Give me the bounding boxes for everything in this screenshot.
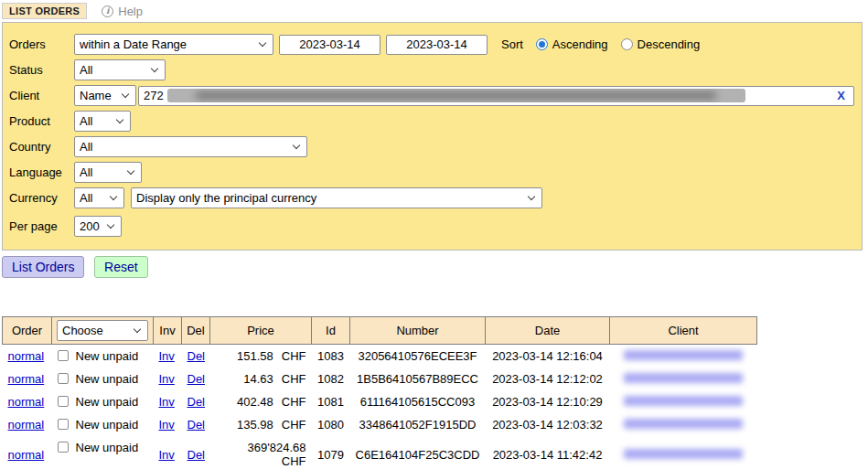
number-cell: C6E164104F25C3CDD [350, 436, 486, 469]
orders-table-header: Order Choose Inv Del Price Id Number Dat… [3, 317, 757, 345]
orders-table: Order Choose Inv Del Price Id Number Dat… [2, 316, 757, 469]
client-link[interactable] [624, 396, 743, 406]
date-to-input[interactable] [386, 35, 488, 55]
status-label: New unpaid [76, 441, 139, 454]
delete-link[interactable]: Del [188, 448, 206, 462]
invoice-link[interactable]: Inv [159, 372, 175, 386]
price-cell: 135.98CHF [210, 413, 312, 436]
descending-radio[interactable] [621, 38, 633, 50]
language-select[interactable]: All [74, 162, 142, 183]
id-cell: 1081 [312, 390, 350, 413]
date-cell: 2023-03-14 12:16:04 [486, 345, 610, 368]
page: LIST ORDERS i Help Orders within a Date … [0, 0, 868, 469]
ascending-radio[interactable] [536, 38, 548, 50]
date-cell: 2023-03-14 12:03:32 [486, 413, 610, 436]
date-cell: 2023-03-14 12:12:02 [486, 368, 610, 390]
per-page-select[interactable]: 200 [74, 216, 122, 237]
row-checkbox[interactable] [58, 442, 69, 453]
id-cell: 1080 [312, 413, 350, 436]
product-select[interactable]: All [74, 111, 131, 132]
order-link[interactable]: normal [8, 372, 45, 386]
date-from-input[interactable] [279, 35, 380, 55]
invoice-link[interactable]: Inv [159, 395, 175, 409]
date-cell: 2023-03-14 11:42:42 [486, 436, 610, 469]
inv-column-header: Inv [154, 317, 182, 345]
status-filter-row: Status All [9, 59, 862, 80]
number-cell: 1B5B6410567B89ECC [350, 368, 486, 390]
id-cell: 1083 [312, 345, 350, 368]
orders-table-body: normal New unpaid Inv Del 151.58CHF 1083… [3, 345, 757, 469]
delete-link[interactable]: Del [188, 349, 206, 363]
sort-label: Sort [501, 37, 523, 51]
order-link[interactable]: normal [8, 448, 45, 462]
order-link[interactable]: normal [8, 395, 45, 409]
topbar: LIST ORDERS i Help [2, 2, 868, 20]
delete-link[interactable]: Del [188, 372, 206, 386]
date-column-header: Date [486, 317, 610, 345]
price-cell: 402.48CHF [210, 390, 312, 413]
id-column-header: Id [312, 317, 350, 345]
client-link[interactable] [624, 350, 743, 360]
country-filter-row: Country All [9, 136, 862, 157]
number-column-header: Number [350, 317, 486, 345]
client-search-by-select[interactable]: Name [74, 85, 136, 106]
price-cell: 151.58CHF [210, 345, 312, 368]
delete-link[interactable]: Del [188, 395, 206, 409]
language-label: Language [9, 165, 74, 179]
clear-client-button[interactable]: X [837, 89, 845, 102]
delete-link[interactable]: Del [188, 418, 206, 432]
per-page-label: Per page [9, 219, 74, 233]
invoice-link[interactable]: Inv [159, 418, 175, 432]
help-label: Help [118, 5, 143, 18]
table-row: normal New unpaid Inv Del 402.48CHF 1081… [3, 390, 757, 413]
price-column-header: Price [210, 317, 312, 345]
client-link[interactable] [624, 373, 743, 383]
invoice-link[interactable]: Inv [159, 349, 175, 363]
currency-display-select[interactable]: Display only the principal currency [131, 187, 542, 208]
country-select[interactable]: All [74, 136, 307, 157]
descending-label: Descending [638, 37, 701, 51]
currency-filter-row: Currency All Display only the principal … [9, 187, 862, 208]
filter-panel: Orders within a Date Range Sort Ascendin… [2, 22, 863, 250]
page-title: LIST ORDERS [2, 3, 87, 19]
order-link[interactable]: normal [8, 418, 45, 432]
orders-label: Orders [9, 37, 74, 51]
currency-select[interactable]: All [74, 187, 124, 208]
row-checkbox[interactable] [58, 396, 69, 407]
status-label: New unpaid [76, 395, 139, 409]
status-label: Status [9, 63, 74, 77]
reset-button[interactable]: Reset [94, 256, 148, 278]
number-cell: 32056410576ECEE3F [350, 345, 486, 368]
ascending-label: Ascending [552, 37, 608, 51]
list-orders-button[interactable]: List Orders [2, 256, 84, 278]
invoice-link[interactable]: Inv [159, 448, 175, 462]
row-checkbox[interactable] [58, 373, 69, 384]
info-icon: i [102, 5, 113, 17]
row-checkbox[interactable] [58, 419, 69, 430]
sort-ascending-option[interactable]: Ascending [536, 37, 608, 51]
status-label: New unpaid [76, 372, 139, 386]
sort-descending-option[interactable]: Descending [621, 37, 701, 51]
sort-group: Sort Ascending Descending [501, 37, 700, 51]
client-link[interactable] [624, 419, 743, 429]
orders-filter-row: Orders within a Date Range Sort Ascendin… [9, 34, 862, 55]
id-cell: 1079 [312, 436, 350, 469]
redacted-text [196, 92, 716, 99]
bulk-action-select[interactable]: Choose [57, 320, 148, 341]
table-row: normal New unpaid Inv Del 14.63CHF 1082 … [3, 368, 757, 390]
help-link[interactable]: i Help [102, 5, 143, 18]
currency-label: Currency [9, 191, 74, 205]
table-row: normal New unpaid Inv Del 369'824.68CHF … [3, 436, 757, 469]
number-cell: 3348641052F1915DD [350, 413, 486, 436]
row-checkbox[interactable] [58, 350, 69, 361]
order-link[interactable]: normal [8, 349, 45, 363]
status-select[interactable]: All [74, 59, 166, 80]
client-search-input[interactable]: 272 X [138, 86, 854, 106]
table-row: normal New unpaid Inv Del 135.98CHF 1080… [3, 413, 757, 436]
client-link[interactable] [624, 449, 743, 459]
form-actions: List Orders Reset [2, 256, 868, 278]
per-page-filter-row: Per page 200 [9, 216, 862, 237]
product-label: Product [9, 114, 74, 128]
order-range-select[interactable]: within a Date Range [74, 34, 273, 55]
status-label: New unpaid [76, 418, 139, 432]
